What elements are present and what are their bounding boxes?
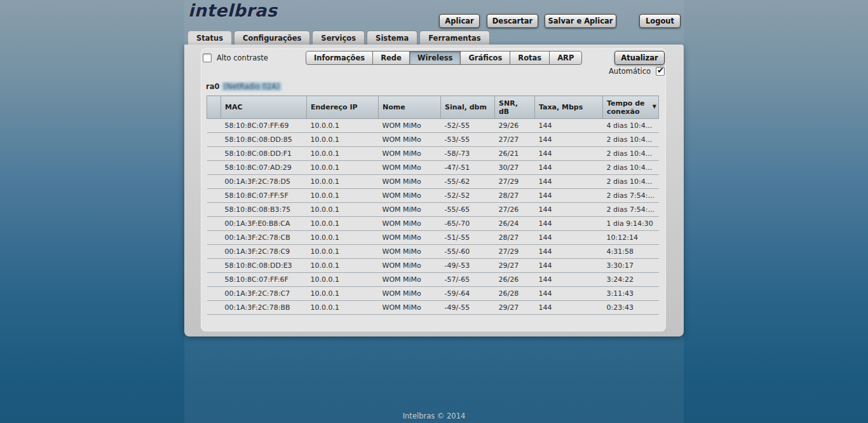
tab-ferramentas[interactable]: Ferramentas bbox=[419, 31, 489, 45]
tab-status[interactable]: Status bbox=[187, 31, 232, 45]
check-icon: ✔ bbox=[657, 66, 664, 76]
cell-snr: 27/29 bbox=[495, 245, 535, 259]
interface-ssid: (NetRadio 02A) bbox=[222, 82, 281, 91]
header-tempo[interactable]: Tempo de conexão ▼ bbox=[603, 96, 659, 119]
cell-mac: 00:1A:3F:2C:78:BB bbox=[221, 301, 307, 315]
cell-tempo: 2 dias 10:4... bbox=[603, 133, 659, 147]
cell-tempo: 0:23:43 bbox=[603, 301, 659, 315]
cell-tempo: 3:30:17 bbox=[603, 259, 659, 273]
apply-button[interactable]: Aplicar bbox=[439, 14, 480, 28]
high-contrast-checkbox[interactable] bbox=[203, 53, 212, 62]
header-sinal[interactable]: Sinal, dbm bbox=[441, 96, 495, 119]
cell-taxa: 144 bbox=[535, 189, 603, 203]
subtab-informacoes[interactable]: Informações bbox=[306, 51, 373, 65]
auto-refresh-checkbox[interactable]: ✔ bbox=[656, 67, 665, 76]
table-row[interactable]: 00:1A:3F:2C:78:D510.0.0.1WOM MiMo-55/-62… bbox=[207, 175, 659, 189]
cell-sinal: -52/-52 bbox=[441, 189, 495, 203]
table-row[interactable]: 00:1A:3F:2C:78:BB10.0.0.1WOM MiMo-49/-55… bbox=[207, 301, 659, 315]
cell-sinal: -49/-53 bbox=[441, 259, 495, 273]
cell-nome: WOM MiMo bbox=[379, 301, 441, 315]
header-taxa[interactable]: Taxa, Mbps bbox=[535, 96, 603, 119]
cell-nome: WOM MiMo bbox=[379, 231, 441, 245]
table-row[interactable]: 58:10:8C:07:FF:6F10.0.0.1WOM MiMo-57/-65… bbox=[207, 273, 659, 287]
cell-mac: 58:10:8C:08:DD:85 bbox=[221, 133, 307, 147]
cell-tempo: 10:12:14 bbox=[603, 231, 659, 245]
cell-nome: WOM MiMo bbox=[379, 133, 441, 147]
subtab-wireless[interactable]: Wireless bbox=[409, 51, 461, 65]
row-indicator-cell bbox=[207, 259, 221, 273]
refresh-button[interactable]: Atualizar bbox=[614, 51, 665, 65]
cell-ip: 10.0.0.1 bbox=[307, 259, 379, 273]
cell-sinal: -55/-65 bbox=[441, 203, 495, 217]
table-row[interactable]: 58:10:8C:08:DD:E310.0.0.1WOM MiMo-49/-53… bbox=[207, 259, 659, 273]
subtab-arp[interactable]: ARP bbox=[549, 51, 582, 65]
cell-taxa: 144 bbox=[535, 217, 603, 231]
cell-mac: 58:10:8C:07:FF:69 bbox=[221, 119, 307, 133]
table-row[interactable]: 00:1A:3F:2C:78:C710.0.0.1WOM MiMo-59/-64… bbox=[207, 287, 659, 301]
header-nome[interactable]: Nome bbox=[379, 96, 441, 119]
row-indicator-cell bbox=[207, 147, 221, 161]
auto-refresh-label: Automático bbox=[609, 67, 651, 76]
row-indicator-cell bbox=[207, 133, 221, 147]
tab-configuracoes[interactable]: Configurações bbox=[234, 31, 310, 45]
table-row[interactable]: 00:1A:3F:E0:B8:CA10.0.0.1WOM MiMo-65/-70… bbox=[207, 217, 659, 231]
tab-servicos[interactable]: Serviços bbox=[312, 31, 365, 45]
cell-mac: 58:10:8C:07:FF:5F bbox=[221, 189, 307, 203]
cell-sinal: -49/-55 bbox=[441, 301, 495, 315]
cell-sinal: -58/-73 bbox=[441, 147, 495, 161]
row-indicator-cell bbox=[207, 273, 221, 287]
table-row[interactable]: 58:10:8C:08:B3:7510.0.0.1WOM MiMo-55/-65… bbox=[207, 203, 659, 217]
cell-mac: 58:10:8C:08:B3:75 bbox=[221, 203, 307, 217]
table-row[interactable]: 00:1A:3F:2C:78:C910.0.0.1WOM MiMo-55/-60… bbox=[207, 245, 659, 259]
table-row[interactable]: 58:10:8C:07:FF:6910.0.0.1WOM MiMo-52/-55… bbox=[207, 119, 659, 133]
row-indicator-cell bbox=[207, 189, 221, 203]
cell-sinal: -65/-70 bbox=[441, 217, 495, 231]
row-indicator-cell bbox=[207, 203, 221, 217]
cell-ip: 10.0.0.1 bbox=[307, 133, 379, 147]
cell-sinal: -47/-51 bbox=[441, 161, 495, 175]
cell-ip: 10.0.0.1 bbox=[307, 231, 379, 245]
cell-snr: 27/29 bbox=[495, 175, 535, 189]
table-row[interactable]: 58:10:8C:07:AD:2910.0.0.1WOM MiMo-47/-51… bbox=[207, 161, 659, 175]
header-snr[interactable]: SNR, dB bbox=[495, 96, 535, 119]
high-contrast-control: Alto contraste bbox=[203, 53, 268, 62]
discard-button[interactable]: Descartar bbox=[487, 14, 538, 28]
cell-snr: 30/27 bbox=[495, 161, 535, 175]
cell-ip: 10.0.0.1 bbox=[307, 273, 379, 287]
cell-taxa: 144 bbox=[535, 301, 603, 315]
cell-mac: 00:1A:3F:2C:78:D5 bbox=[221, 175, 307, 189]
row-indicator-cell bbox=[207, 175, 221, 189]
header-endereco-ip[interactable]: Endereço IP bbox=[307, 96, 379, 119]
cell-snr: 28/27 bbox=[495, 189, 535, 203]
table-row[interactable]: 58:10:8C:07:FF:5F10.0.0.1WOM MiMo-52/-52… bbox=[207, 189, 659, 203]
cell-nome: WOM MiMo bbox=[379, 259, 441, 273]
cell-nome: WOM MiMo bbox=[379, 273, 441, 287]
cell-nome: WOM MiMo bbox=[379, 203, 441, 217]
intelbras-logo: intelbras bbox=[188, 1, 277, 20]
cell-taxa: 144 bbox=[535, 119, 603, 133]
cell-tempo: 3:24:22 bbox=[603, 273, 659, 287]
tab-sistema[interactable]: Sistema bbox=[367, 31, 417, 45]
cell-taxa: 144 bbox=[535, 175, 603, 189]
row-indicator-cell bbox=[207, 231, 221, 245]
cell-mac: 58:10:8C:07:FF:6F bbox=[221, 273, 307, 287]
subtab-rotas[interactable]: Rotas bbox=[510, 51, 550, 65]
save-and-apply-button[interactable]: Salvar e Aplicar bbox=[545, 14, 616, 28]
table-row[interactable]: 58:10:8C:08:DD:F110.0.0.1WOM MiMo-58/-73… bbox=[207, 147, 659, 161]
table-row[interactable]: 00:1A:3F:2C:78:CB10.0.0.1WOM MiMo-51/-55… bbox=[207, 231, 659, 245]
cell-taxa: 144 bbox=[535, 245, 603, 259]
logout-button[interactable]: Logout bbox=[639, 14, 681, 28]
subtab-graficos[interactable]: Gráficos bbox=[460, 51, 510, 65]
subtab-rede[interactable]: Rede bbox=[372, 51, 410, 65]
cell-mac: 00:1A:3F:2C:78:C7 bbox=[221, 287, 307, 301]
header-mac[interactable]: MAC bbox=[221, 96, 307, 119]
cell-taxa: 144 bbox=[535, 273, 603, 287]
table-row[interactable]: 58:10:8C:08:DD:8510.0.0.1WOM MiMo-53/-55… bbox=[207, 133, 659, 147]
cell-nome: WOM MiMo bbox=[379, 119, 441, 133]
cell-taxa: 144 bbox=[535, 133, 603, 147]
cell-sinal: -52/-55 bbox=[441, 119, 495, 133]
cell-snr: 29/26 bbox=[495, 119, 535, 133]
cell-snr: 27/27 bbox=[495, 133, 535, 147]
sort-desc-icon[interactable]: ▼ bbox=[653, 104, 656, 109]
cell-sinal: -55/-60 bbox=[441, 245, 495, 259]
